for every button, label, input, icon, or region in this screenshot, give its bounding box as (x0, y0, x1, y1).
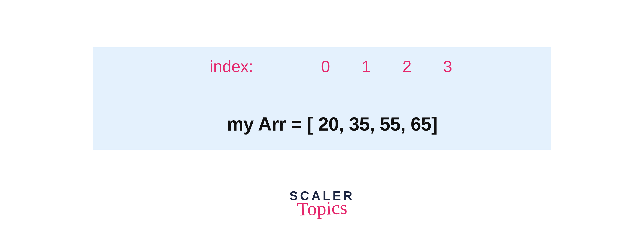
array-value-0: 20 (318, 113, 339, 135)
array-diagram-box: index: 0 1 2 3 my Arr = [ 20, 35, 55, 65… (93, 47, 551, 150)
array-value-3: 65 (410, 113, 431, 135)
array-value-2: 55 (380, 113, 400, 135)
array-row: my Arr = [ 20, 35, 55, 65] (206, 93, 438, 155)
index-row: index: 0 1 2 3 (192, 42, 452, 91)
index-0: 0 (321, 57, 330, 75)
array-value-1: 35 (349, 113, 370, 135)
equals-sign: = (291, 113, 302, 135)
index-2: 2 (402, 57, 412, 75)
scaler-topics-logo: SCALER Topics (290, 189, 354, 218)
index-label: index: (210, 57, 253, 75)
bracket-close: ] (431, 113, 438, 135)
array-variable-name: my Arr (227, 113, 286, 135)
bracket-open: [ (307, 113, 313, 135)
logo-line-topics: Topics (289, 198, 355, 219)
index-3: 3 (443, 57, 452, 75)
index-1: 1 (362, 57, 371, 75)
